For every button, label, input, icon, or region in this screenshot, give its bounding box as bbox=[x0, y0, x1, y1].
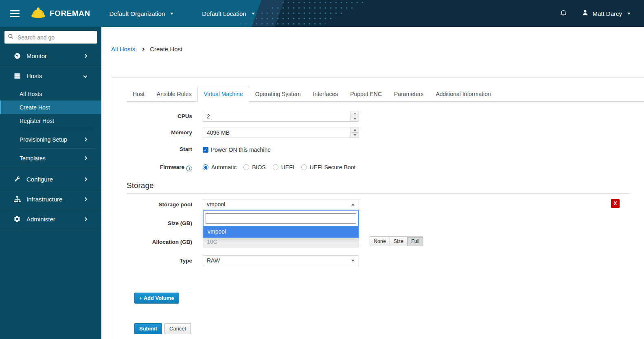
wrench-icon bbox=[13, 175, 21, 183]
remove-volume-button[interactable]: X bbox=[611, 199, 620, 208]
radio-icon bbox=[301, 164, 307, 170]
server-icon bbox=[13, 72, 21, 80]
cpus-input[interactable] bbox=[203, 111, 359, 122]
allocation-input[interactable] bbox=[203, 236, 359, 247]
storage-pool-dropdown: vmpool bbox=[203, 210, 359, 238]
power-on-checkbox-label: Power ON this machine bbox=[211, 147, 271, 153]
allocation-full-button[interactable]: Full bbox=[407, 236, 423, 246]
storage-section-title: Storage bbox=[127, 181, 631, 190]
radio-checked-icon bbox=[203, 164, 208, 170]
hosts-submenu: All Hosts Create Host Register Host Prov… bbox=[0, 85, 101, 169]
type-select[interactable]: RAW bbox=[203, 255, 359, 266]
masthead: FOREMAN Default Organization Default Loc… bbox=[0, 0, 644, 27]
type-label: Type bbox=[127, 255, 203, 264]
sidebar-item-label: Hosts bbox=[26, 72, 42, 79]
size-label: Size (GB) bbox=[127, 218, 203, 226]
stepper-down-icon[interactable] bbox=[351, 116, 359, 121]
volume-block: Storage pool vmpool bbox=[127, 199, 631, 266]
chevron-right-icon bbox=[141, 47, 145, 50]
chevron-down-icon bbox=[170, 13, 173, 15]
sidebar-item-hosts[interactable]: Hosts bbox=[0, 66, 101, 85]
firmware-label: Firmwarei bbox=[127, 163, 203, 171]
submit-button[interactable]: Submit bbox=[134, 323, 162, 334]
breadcrumb-all-hosts-link[interactable]: All Hosts bbox=[111, 46, 135, 52]
sidebar-subitem-provisioning-setup[interactable]: Provisioning Setup bbox=[0, 133, 101, 146]
stepper-up-icon[interactable] bbox=[351, 111, 359, 116]
tab-parameters[interactable]: Parameters bbox=[388, 87, 429, 102]
location-selector[interactable]: Default Location bbox=[202, 10, 254, 17]
tab-puppet-enc[interactable]: Puppet ENC bbox=[344, 87, 388, 102]
sidebar-subitem-templates[interactable]: Templates bbox=[0, 151, 101, 165]
sidebar-subitem-register-host[interactable]: Register Host bbox=[0, 114, 101, 127]
radio-icon bbox=[243, 164, 249, 170]
chevron-right-icon bbox=[83, 177, 88, 181]
firmware-radio-group: Automatic BIOS UEFI bbox=[203, 163, 355, 171]
storage-pool-select[interactable]: vmpool bbox=[203, 199, 359, 210]
firmware-option-bios[interactable]: BIOS bbox=[243, 164, 265, 171]
subitem-label: Register Host bbox=[20, 118, 54, 124]
chevron-right-icon bbox=[83, 197, 88, 201]
sidebar-item-infrastructure[interactable]: Infrastructure bbox=[0, 189, 101, 209]
firmware-option-uefi-secure-boot[interactable]: UEFI Secure Boot bbox=[301, 164, 356, 171]
memory-input[interactable] bbox=[203, 127, 359, 138]
caret-down-icon bbox=[351, 260, 355, 262]
allocation-size-button[interactable]: Size bbox=[390, 236, 407, 246]
organization-selector-label: Default Organization bbox=[110, 10, 165, 17]
chevron-right-icon bbox=[83, 54, 88, 58]
start-label: Start bbox=[127, 145, 203, 152]
power-on-checkbox[interactable]: ✓ bbox=[203, 147, 208, 153]
subitem-label: Provisioning Setup bbox=[20, 136, 67, 143]
firmware-option-automatic[interactable]: Automatic bbox=[203, 164, 237, 171]
stepper-up-icon[interactable] bbox=[351, 127, 359, 133]
cpus-label: CPUs bbox=[127, 111, 203, 119]
subitem-label: All Hosts bbox=[20, 91, 42, 97]
user-menu[interactable]: Matt Darcy bbox=[581, 9, 631, 18]
storage-pool-label: Storage pool bbox=[127, 199, 203, 208]
add-volume-button[interactable]: + Add Volume bbox=[134, 293, 179, 304]
cancel-button[interactable]: Cancel bbox=[164, 323, 191, 334]
stepper-down-icon[interactable] bbox=[351, 133, 359, 138]
tab-interfaces[interactable]: Interfaces bbox=[307, 87, 344, 102]
sidebar-item-label: Configure bbox=[26, 176, 53, 183]
brand[interactable]: FOREMAN bbox=[31, 7, 90, 20]
allocation-none-button[interactable]: None bbox=[370, 236, 390, 246]
tab-additional-information[interactable]: Additional Information bbox=[429, 87, 497, 102]
location-selector-label: Default Location bbox=[202, 10, 246, 17]
tab-operating-system[interactable]: Operating System bbox=[249, 87, 307, 102]
subitem-label: Create Host bbox=[20, 104, 50, 111]
sidebar-item-label: Monitor bbox=[26, 52, 47, 59]
sidebar-subitem-all-hosts[interactable]: All Hosts bbox=[0, 87, 101, 101]
cpus-stepper bbox=[350, 111, 359, 121]
dropdown-search-input[interactable] bbox=[206, 213, 356, 224]
search-input[interactable] bbox=[17, 34, 94, 41]
info-icon[interactable]: i bbox=[186, 166, 192, 171]
sidebar-item-monitor[interactable]: Monitor bbox=[0, 46, 101, 66]
sidebar-search[interactable] bbox=[4, 31, 97, 44]
dropdown-option-vmpool[interactable]: vmpool bbox=[204, 226, 358, 237]
organization-selector[interactable]: Default Organization bbox=[110, 10, 174, 17]
tab-ansible-roles[interactable]: Ansible Roles bbox=[151, 87, 198, 102]
vm-form: CPUs Memory bbox=[127, 111, 631, 334]
sidebar-item-configure[interactable]: Configure bbox=[0, 169, 101, 189]
sitemap-icon bbox=[13, 195, 21, 203]
tab-host[interactable]: Host bbox=[127, 87, 151, 102]
user-name: Matt Darcy bbox=[592, 10, 622, 17]
sidebar-item-label: Administer bbox=[26, 216, 55, 223]
sidebar-item-administer[interactable]: Administer bbox=[0, 209, 101, 229]
sidebar-subitem-create-host[interactable]: Create Host bbox=[0, 101, 101, 114]
chevron-down-icon bbox=[627, 13, 631, 15]
firmware-option-uefi[interactable]: UEFI bbox=[273, 164, 294, 171]
tab-virtual-machine[interactable]: Virtual Machine bbox=[197, 87, 249, 102]
menu-toggle-icon[interactable] bbox=[10, 9, 20, 19]
memory-label: Memory bbox=[127, 127, 203, 136]
chevron-right-icon bbox=[83, 217, 88, 221]
chevron-down-icon bbox=[83, 74, 88, 78]
storage-pool-value: vmpool bbox=[207, 201, 225, 208]
notifications-bell-icon[interactable] bbox=[559, 9, 567, 18]
tab-bar: Host Ansible Roles Virtual Machine Opera… bbox=[127, 87, 644, 102]
gauge-icon bbox=[13, 52, 21, 60]
allocation-mode-group: None Size Full bbox=[370, 236, 423, 246]
main-content: All Hosts Create Host Host Ansible Roles… bbox=[101, 27, 644, 339]
sidebar-item-label: Infrastructure bbox=[26, 196, 62, 203]
radio-icon bbox=[273, 164, 278, 170]
